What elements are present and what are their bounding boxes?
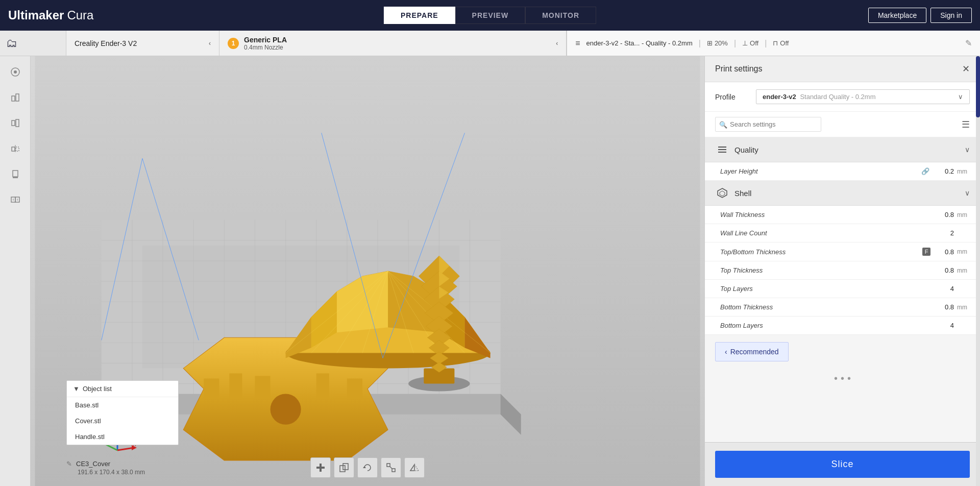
viewport-3d[interactable]: Z Y X ▼ Object list Base.stl Cover.stl H… bbox=[31, 56, 704, 486]
object-item-2[interactable]: Handle.stl bbox=[67, 429, 178, 445]
printer-selector[interactable]: Creality Ender-3 V2 ‹ bbox=[66, 31, 219, 56]
quality-section-header[interactable]: Quality ∨ bbox=[705, 137, 980, 162]
top-layers-value[interactable]: 4 bbox=[934, 285, 954, 293]
material-chevron-icon: ‹ bbox=[556, 40, 558, 47]
svg-rect-91 bbox=[316, 467, 325, 469]
bottom-thickness-row: Bottom Thickness 0.8 mm bbox=[705, 298, 980, 317]
profile-label: Profile bbox=[715, 93, 756, 101]
object-item-1[interactable]: Cover.stl bbox=[67, 413, 178, 429]
material-selector[interactable]: 1 Generic PLA 0.4mm Nozzle ‹ bbox=[219, 31, 567, 56]
svg-marker-99 bbox=[414, 465, 419, 471]
search-row: 🔍 ☰ bbox=[705, 112, 980, 137]
tab-prepare[interactable]: PREPARE bbox=[384, 7, 455, 24]
transform-mirror-btn[interactable] bbox=[404, 457, 425, 478]
wall-thickness-unit: mm bbox=[957, 211, 970, 218]
slice-button[interactable]: Slice bbox=[715, 451, 970, 478]
tool-scale[interactable] bbox=[4, 86, 27, 109]
tool-move[interactable] bbox=[4, 60, 27, 84]
shell-section-header[interactable]: Shell ∨ bbox=[705, 181, 980, 206]
top-bottom-thickness-row: Top/Bottom Thickness F 0.8 mm bbox=[705, 242, 980, 261]
dot2: • bbox=[841, 373, 844, 384]
recommended-label: Recommended bbox=[730, 348, 779, 356]
sep3: | bbox=[765, 39, 767, 48]
dot3: • bbox=[847, 373, 851, 384]
top-bottom-thickness-value[interactable]: 0.8 bbox=[934, 248, 954, 256]
transform-copy-btn[interactable] bbox=[334, 457, 354, 478]
support-item: ⊥ Off bbox=[742, 39, 758, 47]
profile-dropdown[interactable]: ender-3-v2 Standard Quality - 0.2mm ∨ bbox=[756, 89, 970, 104]
svg-rect-95 bbox=[387, 464, 390, 467]
file-open-area[interactable]: 🗂 bbox=[0, 31, 66, 56]
support-value: Off bbox=[750, 39, 758, 47]
model-name-label: CE3_Cover bbox=[76, 460, 110, 468]
object-list-label: Object list bbox=[83, 385, 112, 393]
profile-value: ender-3-v2 bbox=[763, 93, 796, 101]
svg-rect-6 bbox=[12, 147, 15, 151]
edit-settings-icon[interactable]: ✎ bbox=[965, 38, 972, 48]
quality-icon bbox=[715, 142, 729, 157]
close-settings-button[interactable]: ✕ bbox=[962, 63, 970, 75]
layer-height-unit: mm bbox=[957, 168, 970, 175]
dots-row: • • • bbox=[705, 369, 980, 388]
app-header: Ultimaker Cura PREPARE PREVIEW MONITOR M… bbox=[0, 0, 980, 31]
logo-ultimaker: Ultimaker bbox=[8, 8, 64, 22]
tool-rotate[interactable] bbox=[4, 111, 27, 135]
main-area: Z Y X ▼ Object list Base.stl Cover.stl H… bbox=[0, 56, 980, 486]
transform-bar bbox=[310, 457, 425, 478]
bottom-layers-label: Bottom Layers bbox=[720, 322, 934, 329]
settings-quality-value: Quality - 0.2mm bbox=[646, 39, 693, 47]
transform-move-btn[interactable] bbox=[310, 457, 331, 478]
app-logo: Ultimaker Cura bbox=[8, 8, 93, 22]
object-item-0[interactable]: Base.stl bbox=[67, 397, 178, 413]
model-edit-icon[interactable]: ✎ bbox=[66, 460, 72, 468]
tool-mirror[interactable] bbox=[4, 137, 27, 160]
svg-rect-92 bbox=[340, 466, 345, 472]
tool-per-model[interactable] bbox=[4, 188, 27, 211]
signin-button[interactable]: Sign in bbox=[930, 8, 972, 23]
top-layers-label: Top Layers bbox=[720, 285, 934, 293]
svg-rect-42 bbox=[204, 379, 219, 399]
tab-monitor[interactable]: MONITOR bbox=[525, 7, 596, 24]
top-bottom-thickness-label: Top/Bottom Thickness bbox=[720, 248, 922, 256]
infill-value: 20% bbox=[715, 39, 728, 47]
object-list-header[interactable]: ▼ Object list bbox=[67, 381, 178, 397]
material-name-label: Generic PLA bbox=[244, 36, 287, 44]
settings-profile-text: ender-3-v2 - Sta... - Quality - 0.2mm bbox=[586, 39, 693, 47]
marketplace-button[interactable]: Marketplace bbox=[868, 8, 926, 23]
svg-line-87 bbox=[117, 448, 134, 450]
layer-height-row: Layer Height 🔗 0.2 mm bbox=[705, 162, 980, 181]
layer-height-label: Layer Height bbox=[720, 167, 921, 175]
search-icon: 🔍 bbox=[719, 120, 727, 128]
wall-line-count-value[interactable]: 2 bbox=[934, 229, 954, 237]
bottom-layers-value[interactable]: 4 bbox=[934, 322, 954, 329]
tab-preview[interactable]: PREVIEW bbox=[455, 7, 526, 24]
settings-bar: ≡ ender-3-v2 - Sta... - Quality - 0.2mm … bbox=[567, 31, 980, 56]
layer-height-value[interactable]: 0.2 bbox=[934, 167, 954, 175]
support-icon: ⊥ bbox=[742, 39, 748, 47]
model-name-row: ✎ CE3_Cover bbox=[66, 460, 145, 468]
transform-scale-btn[interactable] bbox=[381, 457, 401, 478]
svg-marker-98 bbox=[410, 465, 414, 471]
bottom-thickness-unit: mm bbox=[957, 304, 970, 311]
infill-item: ⊞ 20% bbox=[707, 39, 728, 47]
wall-line-count-row: Wall Line Count 2 bbox=[705, 224, 980, 242]
layer-height-link-icon[interactable]: 🔗 bbox=[921, 167, 929, 175]
wall-thickness-value[interactable]: 0.8 bbox=[934, 211, 954, 218]
tool-support[interactable] bbox=[4, 162, 27, 186]
wall-thickness-label: Wall Thickness bbox=[720, 211, 934, 218]
model-dimensions: 191.6 x 170.4 x 38.0 mm bbox=[78, 469, 145, 476]
printer-name-label: Creality Ender-3 V2 bbox=[75, 39, 205, 47]
transform-rotate-btn[interactable] bbox=[357, 457, 378, 478]
settings-menu-icon[interactable]: ☰ bbox=[962, 119, 970, 130]
svg-rect-5 bbox=[16, 119, 19, 127]
svg-rect-7 bbox=[16, 147, 19, 151]
search-settings-input[interactable] bbox=[715, 117, 821, 132]
svg-point-41 bbox=[271, 394, 301, 425]
settings-separator: - bbox=[642, 39, 646, 47]
bottom-thickness-value[interactable]: 0.8 bbox=[934, 303, 954, 311]
svg-rect-4 bbox=[12, 120, 15, 126]
svg-rect-3 bbox=[16, 94, 19, 101]
recommended-button[interactable]: ‹ Recommended bbox=[715, 342, 789, 361]
top-thickness-value[interactable]: 0.8 bbox=[934, 266, 954, 274]
settings-profile-value: ender-3-v2 - Sta... bbox=[586, 39, 640, 47]
